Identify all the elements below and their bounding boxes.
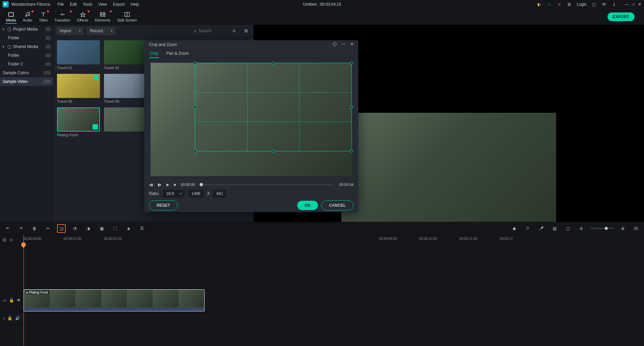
zoom-slider[interactable] xyxy=(590,228,614,229)
speed-icon[interactable]: ◔ xyxy=(70,224,79,233)
media-thumb[interactable] xyxy=(104,107,147,137)
keyframe-icon[interactable]: ◈ xyxy=(124,224,133,233)
ok-button[interactable]: OK xyxy=(297,201,318,210)
zoom-out-icon[interactable]: ⊖ xyxy=(577,224,586,233)
help-icon[interactable]: ⓘ xyxy=(333,42,337,47)
prev-frame-icon[interactable]: ◂▮ xyxy=(149,183,153,187)
eye-icon[interactable]: 👁 xyxy=(17,298,21,303)
play-slider[interactable] xyxy=(200,184,334,185)
crop-handle[interactable] xyxy=(350,106,353,108)
media-thumb[interactable]: Travel 05 xyxy=(57,74,100,103)
green-icon[interactable]: ▦ xyxy=(97,224,106,233)
sidebar-item-folder[interactable]: Folder(0) xyxy=(0,34,53,42)
redo-icon[interactable]: ↷ xyxy=(17,224,25,233)
close-icon[interactable]: ✕ xyxy=(638,2,641,7)
media-thumb[interactable]: Travel 02 xyxy=(104,40,147,70)
grid-view-icon[interactable]: ⊞ xyxy=(241,26,251,36)
undo-icon[interactable]: ↶ xyxy=(3,224,12,233)
search-box[interactable]: ⌕ xyxy=(193,27,227,35)
tab-transition[interactable]: Transition xyxy=(51,10,74,23)
download-icon[interactable]: ⤓ xyxy=(611,2,617,7)
tab-pan-zoom[interactable]: Pan & Zoom xyxy=(166,49,190,58)
search-input[interactable] xyxy=(199,29,225,33)
record-dropdown[interactable]: Record▾ xyxy=(87,27,116,35)
reset-button[interactable]: RESET xyxy=(149,200,178,210)
mute-icon[interactable]: 🔊 xyxy=(15,316,20,320)
media-thumb[interactable]: Travel 01 xyxy=(57,40,100,70)
minimize-icon[interactable]: — xyxy=(625,2,629,7)
tab-effects[interactable]: Effects xyxy=(74,10,92,23)
sidebar-item-project-media[interactable]: ▾▢Project Media(0) xyxy=(0,25,53,34)
play-icon[interactable]: ▶ xyxy=(166,183,169,187)
mail-icon[interactable]: ✉ xyxy=(601,2,607,7)
media-thumb[interactable]: ✓Plating Food xyxy=(57,107,100,137)
crop-rectangle[interactable] xyxy=(195,63,352,151)
tab-audio[interactable]: Audio xyxy=(19,10,36,23)
tab-crop[interactable]: Crop xyxy=(149,49,159,58)
render-icon[interactable]: ▢ xyxy=(564,224,572,233)
width-input[interactable]: 1496 xyxy=(188,190,204,198)
track-row-empty[interactable] xyxy=(0,248,644,289)
cancel-button[interactable]: CANCEL xyxy=(321,200,354,210)
import-dropdown[interactable]: Import▾ xyxy=(56,27,84,35)
fit-icon[interactable]: ||| xyxy=(632,224,641,233)
cart-icon[interactable]: ⊎ xyxy=(556,2,562,7)
save-icon[interactable]: ▢ xyxy=(591,2,597,7)
marker-icon[interactable]: ▽ xyxy=(523,224,532,233)
crop-handle[interactable] xyxy=(194,62,197,64)
sidebar-item-shared-media[interactable]: ▾▢Shared Media(0) xyxy=(0,42,53,51)
next-frame-icon[interactable]: ▮▸ xyxy=(158,183,162,187)
delete-icon[interactable]: 🗑 xyxy=(30,224,39,233)
menu-export[interactable]: Export xyxy=(112,1,125,8)
crop-icon[interactable]: ◲ xyxy=(57,224,66,233)
crop-handle[interactable] xyxy=(194,106,197,108)
zoom-in-icon[interactable]: ⊕ xyxy=(619,224,627,233)
expand-icon[interactable]: ⛶ xyxy=(111,224,119,233)
crop-handle[interactable] xyxy=(272,150,275,152)
sidebar-item-folder[interactable]: Folder(0) xyxy=(0,51,53,60)
headphones-icon[interactable]: ♫ xyxy=(546,2,552,7)
maximize-icon[interactable]: □ xyxy=(632,2,635,7)
menu-edit[interactable]: Edit xyxy=(69,1,78,8)
ratio-select[interactable]: 16:9▾ xyxy=(163,190,184,198)
gift-icon[interactable]: ⊞ xyxy=(567,2,572,7)
menu-view[interactable]: View xyxy=(98,1,108,8)
track-row-audio[interactable]: ♪🔓🔊 xyxy=(0,312,644,324)
track-row-video[interactable]: ▭🔓👁 ▸ Plating Food xyxy=(0,289,644,312)
crop-handle[interactable] xyxy=(350,150,353,152)
idea-icon[interactable]: ◐ xyxy=(536,2,542,7)
sidebar-item-sample-colors[interactable]: Sample Colors(15) xyxy=(0,68,53,77)
link-icon[interactable]: ⊡ xyxy=(3,238,6,242)
crop-handle[interactable] xyxy=(194,150,197,152)
mic-icon[interactable]: 🎤 xyxy=(537,224,545,233)
tab-media[interactable]: Media xyxy=(3,10,19,23)
tab-elements[interactable]: Elements xyxy=(92,10,114,23)
tab-titles[interactable]: Titles xyxy=(36,10,51,23)
minimize-icon[interactable]: — xyxy=(341,42,345,47)
tab-splitscreen[interactable]: Split Screen xyxy=(114,10,140,23)
magnet-icon[interactable]: ⊃ xyxy=(9,238,13,242)
close-icon[interactable]: ✕ xyxy=(350,42,354,47)
timeline-ruler[interactable]: 00:00:00:00 00:00:01:00 00:00:02:00 00:0… xyxy=(23,235,644,248)
list-icon[interactable]: ▤ xyxy=(550,224,559,233)
menu-file[interactable]: File xyxy=(57,1,64,8)
settings-icon[interactable]: ☰ xyxy=(138,224,146,233)
sidebar-item-sample-video[interactable]: Sample Video(20) xyxy=(0,77,53,86)
color-icon[interactable]: ◑ xyxy=(84,224,93,233)
filter-icon[interactable]: ⩚ xyxy=(229,26,239,36)
crop-preview[interactable] xyxy=(151,63,352,176)
menu-tools[interactable]: Tools xyxy=(82,1,93,8)
cut-icon[interactable]: ✂ xyxy=(44,224,52,233)
export-button[interactable]: EXPORT xyxy=(607,12,635,21)
sidebar-item-folder2[interactable]: Folder 2(0) xyxy=(0,60,53,68)
crop-handle[interactable] xyxy=(350,62,353,64)
media-thumb[interactable]: Travel 06 xyxy=(104,74,147,103)
menu-help[interactable]: Help xyxy=(130,1,140,8)
mixer-icon[interactable]: ◉ xyxy=(510,224,519,233)
lock-icon[interactable]: 🔓 xyxy=(7,316,12,320)
height-input[interactable]: 841 xyxy=(213,190,226,198)
crop-handle[interactable] xyxy=(272,62,275,64)
login-link[interactable]: Login xyxy=(577,2,586,7)
lock-icon[interactable]: 🔓 xyxy=(9,298,14,303)
timeline-clip[interactable]: ▸ Plating Food xyxy=(23,289,205,311)
